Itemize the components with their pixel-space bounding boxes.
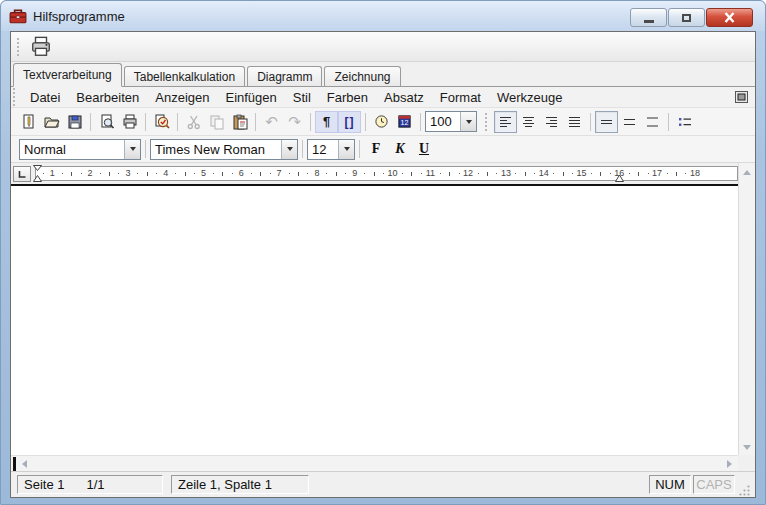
tab-stop-selector-button[interactable] xyxy=(13,166,31,182)
bullet-list-button[interactable] xyxy=(673,111,696,133)
num-label: NUM xyxy=(655,477,685,492)
ruler-number: 7 xyxy=(277,167,282,180)
line-spacing-2-icon xyxy=(645,115,661,129)
tab-tabellenkalkulation[interactable]: Tabellenkalkulation xyxy=(124,66,245,86)
caps-lock-indicator: CAPS xyxy=(693,475,735,494)
menu-stil[interactable]: Stil xyxy=(285,90,319,105)
line-spacing-15-button[interactable] xyxy=(618,111,641,133)
document-restore-button[interactable] xyxy=(733,90,749,105)
menu-datei[interactable]: Datei xyxy=(22,90,68,105)
resize-grip[interactable] xyxy=(737,483,751,497)
num-lock-indicator: NUM xyxy=(649,475,691,494)
caps-label: CAPS xyxy=(696,477,731,492)
ruler-tick xyxy=(109,172,110,176)
bullet-list-icon xyxy=(677,115,693,129)
ruler-dot xyxy=(515,173,516,174)
italic-button[interactable]: K xyxy=(388,139,412,160)
menubar: Datei Bearbeiten Anzeigen Einfügen Stil … xyxy=(11,87,755,108)
menu-werkzeuge[interactable]: Werkzeuge xyxy=(489,90,571,105)
zoom-dropdown-button[interactable] xyxy=(460,112,476,131)
printer-icon xyxy=(29,36,53,58)
scroll-down-button[interactable] xyxy=(739,439,755,455)
redo-button[interactable]: ↷ xyxy=(283,111,306,133)
align-center-button[interactable] xyxy=(517,111,540,133)
scroll-up-button[interactable] xyxy=(739,164,755,180)
ruler-dot xyxy=(553,173,554,174)
underline-button[interactable]: U xyxy=(412,139,436,160)
pilcrow-icon: ¶ xyxy=(323,114,330,129)
show-brackets-button[interactable]: [] xyxy=(338,111,361,133)
toolbar-gripper[interactable] xyxy=(17,38,21,56)
indent-markers-left[interactable] xyxy=(33,165,42,182)
insert-time-button[interactable] xyxy=(370,111,393,133)
ruler-number: 6 xyxy=(239,167,244,180)
new-document-button[interactable] xyxy=(17,111,40,133)
chevron-down-icon xyxy=(344,147,350,151)
cursor-position-panel: Zeile 1, Spalte 1 xyxy=(171,475,309,494)
ruler-tick xyxy=(411,172,412,176)
line-spacing-1-button[interactable] xyxy=(595,111,618,133)
menu-farben[interactable]: Farben xyxy=(319,90,376,105)
clock-icon xyxy=(374,114,389,129)
font-select[interactable]: Times New Roman xyxy=(150,139,298,160)
document-area[interactable] xyxy=(11,184,738,455)
menubar-gripper[interactable] xyxy=(13,88,17,106)
bold-button[interactable]: F xyxy=(364,139,388,160)
ruler-number: 10 xyxy=(387,167,397,180)
font-size-dropdown-button[interactable] xyxy=(338,140,354,159)
insert-date-button[interactable]: 12 xyxy=(393,111,416,133)
save-button[interactable] xyxy=(63,111,86,133)
menu-format[interactable]: Format xyxy=(432,90,489,105)
tab-diagramm[interactable]: Diagramm xyxy=(247,66,322,86)
spellcheck-button[interactable] xyxy=(150,111,173,133)
paste-button[interactable] xyxy=(228,111,251,133)
undo-button[interactable]: ↶ xyxy=(260,111,283,133)
tab-label: Diagramm xyxy=(257,70,312,84)
vertical-scrollbar[interactable] xyxy=(738,163,755,455)
ruler-dot xyxy=(175,173,176,174)
menu-bearbeiten[interactable]: Bearbeiten xyxy=(68,90,147,105)
ruler-dot xyxy=(232,173,233,174)
align-justify-button[interactable] xyxy=(563,111,586,133)
toolbar-gripper[interactable] xyxy=(485,113,489,131)
font-size-value: 12 xyxy=(308,142,338,157)
align-left-button[interactable] xyxy=(494,111,517,133)
printer-icon xyxy=(122,114,138,130)
menu-anzeigen[interactable]: Anzeigen xyxy=(147,90,217,105)
font-dropdown-button[interactable] xyxy=(281,140,297,159)
maximize-button[interactable] xyxy=(668,8,705,27)
ruler-dot xyxy=(459,173,460,174)
menu-absatz[interactable]: Absatz xyxy=(376,90,432,105)
tab-textverarbeitung[interactable]: Textverarbeitung xyxy=(13,63,122,87)
ruler-tick xyxy=(449,172,450,176)
minimize-button[interactable] xyxy=(630,8,667,27)
style-dropdown-button[interactable] xyxy=(124,140,140,159)
ruler-tick xyxy=(336,172,337,176)
menu-einfuegen[interactable]: Einfügen xyxy=(217,90,284,105)
font-size-select[interactable]: 12 xyxy=(307,139,355,160)
line-spacing-2-button[interactable] xyxy=(641,111,664,133)
style-select[interactable]: Normal xyxy=(19,139,141,160)
print-document-button[interactable] xyxy=(118,111,141,133)
ruler-scale[interactable]: 123456789101112131415161718 xyxy=(35,166,738,181)
undo-icon: ↶ xyxy=(265,114,278,129)
scroll-right-button[interactable] xyxy=(721,456,738,471)
ruler-number: 13 xyxy=(501,167,511,180)
print-preview-button[interactable] xyxy=(95,111,118,133)
scroll-left-button[interactable] xyxy=(16,456,33,471)
zoom-select[interactable]: 100 xyxy=(425,111,477,132)
copy-button[interactable] xyxy=(205,111,228,133)
copy-icon xyxy=(209,114,225,130)
scrollbar-corner xyxy=(738,455,755,471)
open-button[interactable] xyxy=(40,111,63,133)
close-button[interactable] xyxy=(706,8,753,27)
print-button[interactable] xyxy=(26,34,56,60)
cut-button[interactable] xyxy=(182,111,205,133)
arrow-down-icon xyxy=(743,445,751,450)
ruler-tick xyxy=(374,172,375,176)
horizontal-scrollbar[interactable] xyxy=(11,455,738,471)
editor-region: 123456789101112131415161718 xyxy=(11,163,755,471)
show-paragraph-marks-button[interactable]: ¶ xyxy=(315,111,338,133)
align-right-button[interactable] xyxy=(540,111,563,133)
tab-zeichnung[interactable]: Zeichnung xyxy=(324,66,400,86)
